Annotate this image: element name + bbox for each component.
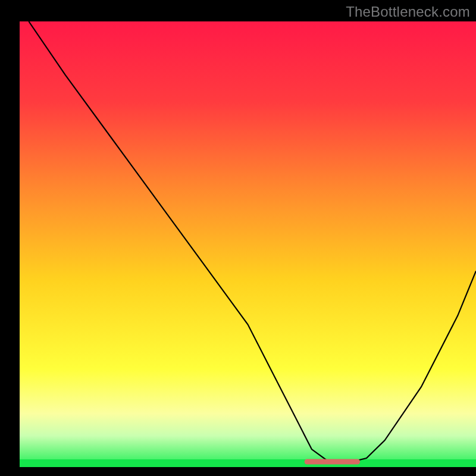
plot-area — [20, 21, 476, 467]
watermark-text: TheBottleneck.com — [346, 4, 470, 20]
plot-green-baseline — [20, 459, 476, 467]
plot-background-gradient — [20, 21, 476, 467]
chart-stage: TheBottleneck.com — [0, 0, 476, 476]
